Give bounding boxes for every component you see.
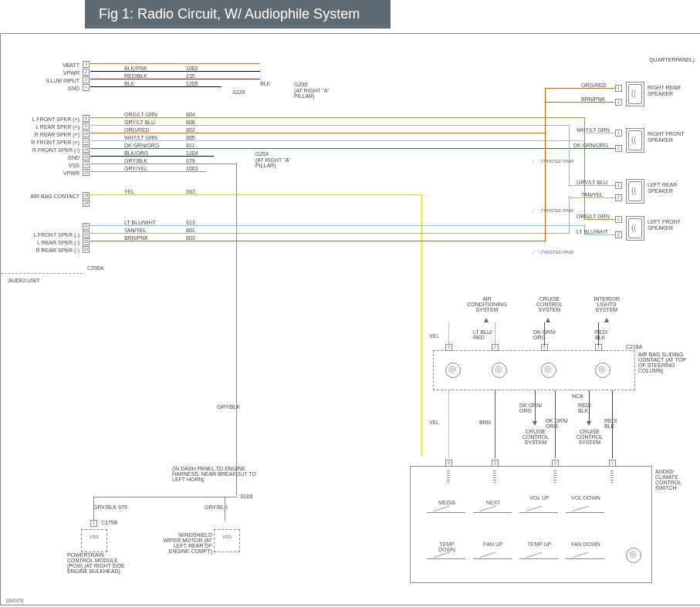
pin: 3 (83, 76, 90, 83)
system-cc: CRUISE CONTROL SYSTEM (530, 296, 569, 312)
wire-color: GRY/BLK (124, 158, 147, 164)
wire-dkgrn-org (90, 148, 584, 149)
stub (584, 219, 615, 220)
wire-lbl: DK GRN/ ORG (519, 403, 547, 413)
v-gry-ltblu (569, 125, 570, 187)
c175b: C175B (101, 520, 117, 525)
g204-loc: (AT RIGHT "A" PILLAR) (255, 157, 302, 168)
wire-code: 802 (186, 127, 195, 133)
arrow-up-icon (484, 318, 489, 322)
wire (90, 63, 260, 64)
pin: 1 (90, 520, 97, 527)
pin: 1 (83, 61, 90, 68)
pin-name: R FRONT SPKR (-) (13, 147, 79, 153)
speaker-label: RIGHT FRONT SPEAKER (648, 131, 686, 143)
wire-lbl: BRN (479, 420, 491, 425)
wire-lbl: LT BLU/ RED (473, 329, 501, 340)
switch-label: FAN DOWN (570, 541, 601, 547)
vss-text: VSS (222, 534, 232, 539)
pin: 15 (83, 169, 90, 176)
wire-lbl: YEL (429, 420, 439, 425)
vwire (495, 390, 495, 458)
document-id: 184976 (5, 598, 23, 603)
pin-name: VPWR (36, 170, 79, 176)
pin: 9 (83, 123, 90, 130)
switch-icon (473, 512, 512, 528)
arrow-up-icon (546, 318, 550, 322)
switch-icon (427, 558, 465, 575)
wire-code: 800 (186, 120, 195, 125)
wire-code: 1003 (186, 166, 198, 171)
wire-lbl: RED/ BLK (604, 418, 627, 429)
wire-code: 679 (186, 158, 195, 164)
pin: 1 (615, 216, 622, 223)
stub (584, 234, 615, 235)
speaker-wire: BRN/PNK (581, 96, 605, 102)
system-cc3: CRUISE CONTROL SYSTEM (570, 429, 609, 445)
speaker-icon (626, 216, 644, 241)
wire-color: BLK (124, 81, 134, 86)
wire-yel (90, 194, 422, 195)
wire-color: BLK/PNK (124, 66, 147, 71)
pin-name: L FRONT SPKR (+) (13, 116, 79, 122)
speaker-wire: GRY/LT BLU (577, 180, 607, 185)
pin-name: GND (36, 155, 79, 160)
wire (90, 71, 260, 72)
wire-yel-v (421, 194, 422, 457)
wire-code: 801 (186, 228, 195, 233)
pin-name: GND (36, 86, 79, 91)
vwire (612, 390, 613, 458)
wire-color: RED/BLK (124, 73, 147, 79)
switch-icon (566, 558, 604, 575)
vss-box: VSS (81, 529, 107, 552)
switch-icon (427, 512, 465, 528)
switch-label: FAN UP (478, 541, 509, 547)
stub (545, 102, 614, 103)
resistor-icon (447, 470, 450, 484)
switch-label: TEMP DOWN (431, 541, 462, 552)
wire-color: WHT/LT GRN (124, 135, 157, 140)
speaker-icon (626, 179, 644, 204)
speaker-icon (626, 128, 644, 153)
pin: 19 (83, 200, 90, 207)
pin: 4 (83, 84, 90, 91)
system-cc2: CRUISE CONTROL SYSTEM (516, 429, 555, 445)
wire-code: 1002 (186, 66, 198, 71)
wire-code: 583 (186, 189, 195, 194)
system-il: INTERIOR LIGHTS SYSTEM (587, 296, 626, 312)
wire-top-left: GRY/BLK 679 (93, 504, 127, 510)
vwire (448, 390, 449, 458)
pin: 2 (492, 460, 499, 467)
pin: 2 (615, 99, 622, 106)
pin: 1 (615, 182, 622, 189)
pin: 13 (83, 153, 90, 160)
splice-s229: S229 (232, 89, 245, 95)
lamp-icon (626, 548, 641, 563)
pin-name: AIR BAG CONTACT (13, 194, 79, 199)
speaker-wire: LT BLU/WHT (577, 229, 608, 234)
speaker-wire: WHT/LT GRN (577, 127, 610, 133)
pin-name: ILLUM INPUT (29, 78, 79, 83)
arrow-up-icon (604, 318, 609, 322)
gryblk-label: GRY/BLK (217, 404, 240, 410)
v-red (598, 322, 599, 346)
pin: 2 (615, 194, 622, 201)
wire (90, 79, 260, 79)
pin-name: R REAR SPKR (+) (13, 132, 79, 137)
speaker-label: RIGHT REAR SPEAKER (648, 85, 686, 96)
switch-block-label: AUDIO/ CLIMATE CONTROL SWITCH (655, 469, 694, 491)
wire-gryblk-v (236, 164, 237, 495)
s168-loc: (IN DASH PANEL TO ENGINE HARNESS, NEAR B… (172, 466, 257, 482)
wire-wht-ltgrn (90, 140, 584, 141)
pin: 21 (83, 223, 90, 230)
wire (90, 86, 221, 87)
v-ltblu (495, 322, 495, 346)
wire-color: BLK/ORG (124, 150, 148, 156)
switch-label: TEMP UP (524, 541, 555, 547)
wire (93, 497, 237, 497)
wire-color: GRY/YEL (124, 166, 147, 171)
twisted-pair: TWISTED PAIR (541, 159, 573, 164)
nca: NCA (572, 393, 583, 399)
switch-icon (519, 512, 558, 528)
wire-lbl: DK GRN/ ORG (533, 329, 561, 340)
